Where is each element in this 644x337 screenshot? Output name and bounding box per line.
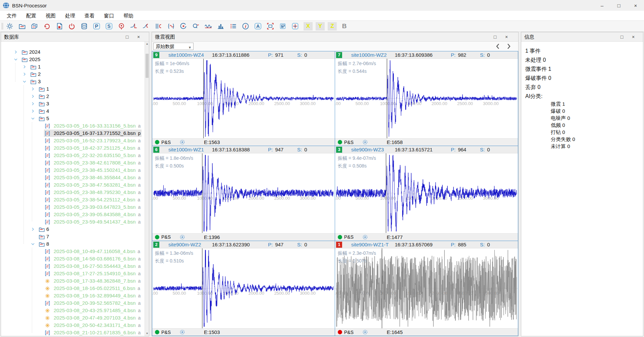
tree-file-row[interactable]: 2025-03-05_16-16-33.313156_5.bsna bbox=[1, 122, 145, 130]
tree-file-row[interactable]: 2025-03-05_23-38-54.225112_4.bsna bbox=[1, 196, 145, 203]
annotation-text-button[interactable]: A bbox=[254, 22, 262, 30]
tree-file-row[interactable]: 2025-03-08_20-43-25.971485_4.bsna bbox=[1, 307, 145, 314]
filter-waveform-button[interactable] bbox=[204, 22, 212, 30]
tree-folder-1[interactable]: 1 bbox=[1, 63, 145, 70]
next-event-button[interactable] bbox=[505, 42, 513, 50]
locate-event-button[interactable] bbox=[117, 22, 125, 30]
axis-y-button[interactable]: Y bbox=[316, 22, 325, 31]
fit-view-button[interactable] bbox=[266, 22, 274, 30]
tree-file-row[interactable]: 2025-03-05_23-38-48.795230_4.bsna bbox=[1, 189, 145, 196]
save-report-button[interactable] bbox=[55, 22, 63, 30]
tree-file-row[interactable]: 2025-03-05_16-37-13.771552_6.bsnp bbox=[1, 130, 145, 137]
expand-open-icon[interactable] bbox=[13, 57, 18, 62]
menu-item-1[interactable]: 文件 bbox=[2, 11, 21, 20]
component-b-button[interactable]: B bbox=[340, 22, 349, 31]
zoom-in-icon[interactable] bbox=[179, 329, 185, 335]
tree-file-row[interactable]: 2025-03-08_16-27-50.554443_4.bsna bbox=[1, 262, 145, 270]
tree-file-row[interactable]: 2025-03-05_23-59-49.541437_4.bsna bbox=[1, 218, 145, 226]
menu-item-5[interactable]: 查看 bbox=[80, 11, 99, 20]
ps-toggle-button[interactable]: P&S bbox=[161, 234, 171, 240]
tree-folder-6[interactable]: 6 bbox=[1, 226, 145, 233]
maximize-button[interactable]: □ bbox=[610, 0, 627, 11]
data-mode-dropdown[interactable]: 原始数据 ▼ bbox=[153, 43, 194, 50]
viewer-close-button[interactable]: × bbox=[501, 32, 512, 42]
tree-file-row[interactable]: 2025-03-08_10-49-47.116058_4.bsna bbox=[1, 248, 145, 255]
menu-item-2[interactable]: 配置 bbox=[21, 11, 41, 20]
waveform-plot[interactable]: 振幅 = 1e-06m/s长度 = 0.523s0.00500.001000.0… bbox=[152, 59, 335, 138]
settings-button[interactable] bbox=[6, 22, 14, 30]
toolbar-grip[interactable] bbox=[2, 23, 3, 30]
waveform-window-button[interactable] bbox=[167, 22, 175, 30]
database-button[interactable] bbox=[80, 22, 88, 30]
menu-item-4[interactable]: 处理 bbox=[60, 11, 80, 20]
info-button[interactable]: i bbox=[241, 22, 250, 30]
expand-open-icon[interactable] bbox=[30, 241, 36, 247]
close-button[interactable]: × bbox=[627, 0, 644, 11]
expand-open-icon[interactable] bbox=[22, 79, 27, 84]
ps-toggle-button[interactable]: P&S bbox=[344, 234, 354, 240]
scrollbar-thumb[interactable] bbox=[146, 54, 149, 78]
event-list-button[interactable] bbox=[229, 22, 237, 30]
reprocess-button[interactable] bbox=[43, 22, 51, 30]
tree-file-row[interactable]: 2025-03-08_17-27-25.154910_6.bsna bbox=[1, 270, 145, 277]
recompute-picks-button[interactable] bbox=[179, 22, 187, 30]
ps-toggle-button[interactable]: P&S bbox=[344, 140, 354, 145]
tree-file-row[interactable]: 2025-03-05_23-38-42.617808_4.bsna bbox=[1, 159, 145, 166]
tree-file-row[interactable]: 2025-03-08_20-50-42.343171_4.bsna bbox=[1, 322, 145, 329]
minimize-button[interactable]: – bbox=[594, 0, 610, 11]
expand-closed-icon[interactable] bbox=[22, 71, 27, 77]
expand-closed-icon[interactable] bbox=[30, 94, 36, 99]
s-phase-button[interactable]: S bbox=[105, 22, 113, 30]
ps-toggle-button[interactable]: P&S bbox=[344, 330, 354, 335]
expand-open-icon[interactable] bbox=[30, 116, 36, 121]
expand-closed-icon[interactable] bbox=[30, 108, 36, 114]
tree-folder-1[interactable]: 1 bbox=[1, 85, 145, 93]
zoom-in-icon[interactable] bbox=[362, 234, 368, 240]
tree-folder-2[interactable]: 2 bbox=[1, 93, 145, 100]
ps-toggle-button[interactable]: P&S bbox=[161, 140, 171, 145]
info-close-button[interactable]: × bbox=[628, 32, 639, 42]
waveform-panel-site900m-WZ1-T[interactable]: 1site900m-WZ1-T16:37:13.657069P:885S:0振幅… bbox=[335, 241, 518, 336]
report-pages-button[interactable] bbox=[279, 22, 287, 30]
magnitude-q-button[interactable] bbox=[192, 22, 200, 30]
tree-file-row[interactable]: 2025-03-05_16-52-23.179923_4.bsna bbox=[1, 137, 145, 144]
waveform-plot[interactable]: 振幅 = 1.8e-06m/s长度 = 0.500s0.00500.001000… bbox=[152, 153, 335, 233]
scroll-down-icon[interactable]: ▼ bbox=[145, 331, 149, 336]
tree-file-row[interactable]: 2025-03-05_23-39-03.647823_5.bsna bbox=[1, 203, 145, 211]
tree-file-row[interactable]: 2025-03-08_18-16-05.022511_6.bsna bbox=[1, 285, 145, 292]
database-scrollbar[interactable]: ▲ ▼ bbox=[145, 42, 149, 336]
tree-file-row[interactable]: 2025-03-05_18-42-37.251125_4.bsna bbox=[1, 144, 145, 152]
ps-toggle-button[interactable]: P&S bbox=[161, 330, 171, 335]
crosshair-cursor-button[interactable] bbox=[291, 22, 299, 30]
tree-file-row[interactable]: 2025-03-05_23-38-46.355844_4.bsna bbox=[1, 174, 145, 181]
data-folders-button[interactable] bbox=[31, 22, 39, 30]
tree-file-row[interactable]: 2025-03-08_19-16-32.899449_4.bsna bbox=[1, 292, 145, 299]
tree-file-row[interactable]: 2025-03-05_22-32-20.635150_5.bsna bbox=[1, 152, 145, 159]
tree-file-row[interactable]: 2025-03-08_17-33-48.362848_7.bsna bbox=[1, 277, 145, 285]
tree-folder-2[interactable]: 2 bbox=[1, 70, 145, 78]
axis-z-button[interactable]: Z bbox=[328, 22, 337, 31]
menu-item-7[interactable]: 帮助 bbox=[119, 11, 138, 20]
expand-closed-icon[interactable] bbox=[30, 227, 36, 232]
menu-item-6[interactable]: 窗口 bbox=[99, 11, 119, 20]
previous-event-button[interactable] bbox=[494, 42, 502, 50]
scroll-up-icon[interactable]: ▲ bbox=[145, 42, 149, 46]
histogram-button[interactable] bbox=[217, 22, 225, 30]
waveform-plot[interactable]: 振幅 = 9.4e-07m/s长度 = 0.508s0.00500.001000… bbox=[335, 153, 518, 233]
waveform-panel-site900m-WZ2[interactable]: 2site900m-WZ216:37:13.622390P:947S:0振幅 =… bbox=[152, 241, 335, 336]
waveform-plot[interactable]: 振幅 = 2.7e-06m/s长度 = 0.544s0.00500.001000… bbox=[335, 59, 518, 138]
tree-file-row[interactable]: 2025-03-05_23-38-45.150241_4.bsna bbox=[1, 166, 145, 174]
waveform-panel-site1000m-WZ2[interactable]: 7site1000m-WZ216:37:13.609386P:982S:0振幅 … bbox=[335, 51, 518, 146]
menu-item-3[interactable]: 视图 bbox=[41, 11, 60, 20]
tree-folder-2024[interactable]: 2024 bbox=[1, 48, 145, 56]
zoom-in-icon[interactable] bbox=[362, 329, 368, 335]
zoom-in-icon[interactable] bbox=[362, 139, 368, 145]
expand-closed-icon[interactable] bbox=[13, 49, 18, 55]
tree-folder-7[interactable]: 7 bbox=[1, 233, 145, 240]
database-float-button[interactable]: □ bbox=[121, 32, 133, 42]
expand-closed-icon[interactable] bbox=[30, 101, 36, 106]
tree-file-row[interactable]: 2025-03-08_20-39-52.565782_4.bsna bbox=[1, 299, 145, 307]
tree-folder-5[interactable]: 5 bbox=[1, 115, 145, 122]
waveform-plot[interactable]: 振幅 = 1.3e-06m/s长度 = 0.510s0.00500.001000… bbox=[152, 248, 335, 328]
p-phase-button[interactable]: P bbox=[93, 22, 101, 30]
